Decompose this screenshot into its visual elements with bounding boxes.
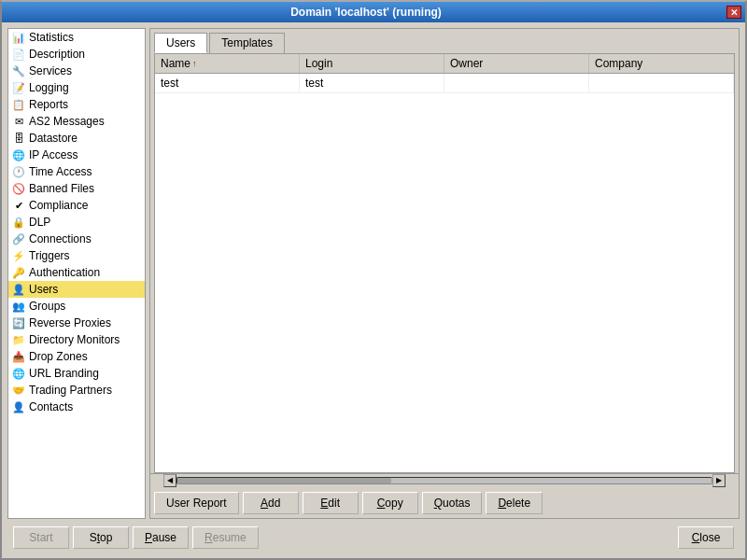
connections-icon: 🔗: [12, 232, 25, 245]
sidebar-item-statistics[interactable]: 📊 Statistics: [8, 29, 145, 46]
logging-icon: 📝: [12, 81, 25, 94]
ipaccess-icon: 🌐: [12, 148, 25, 161]
cell-name: test: [155, 74, 300, 92]
sidebar-item-dlp[interactable]: 🔒 DLP: [8, 214, 145, 231]
table-body: test test: [155, 74, 734, 472]
cell-owner: [444, 74, 589, 92]
tabs-container: UsersTemplates: [150, 29, 739, 53]
sidebar-label-users: Users: [29, 283, 58, 296]
sidebar-item-description[interactable]: 📄 Description: [8, 46, 145, 63]
sidebar-item-connections[interactable]: 🔗 Connections: [8, 231, 145, 247]
sidebar-label-ipaccess: IP Access: [29, 148, 78, 161]
urlbranding-icon: 🌐: [12, 367, 25, 380]
dlp-icon: 🔒: [12, 216, 25, 229]
scroll-left-button[interactable]: ◀: [163, 474, 176, 487]
statistics-icon: 📊: [12, 31, 25, 44]
sidebar-label-services: Services: [29, 64, 72, 77]
sidebar-item-dropzones[interactable]: 📥 Drop Zones: [8, 348, 145, 365]
cell-company: [589, 74, 734, 92]
dropzones-icon: 📥: [12, 350, 25, 363]
reports-icon: 📋: [12, 98, 25, 111]
edit-button[interactable]: Edit: [303, 492, 359, 514]
services-icon: 🔧: [12, 64, 25, 77]
tab-users[interactable]: Users: [154, 33, 207, 53]
sidebar-label-compliance: Compliance: [29, 199, 88, 212]
window-title: Domain 'localhost' (running): [6, 6, 726, 19]
table-container: Name ↑ Login Owner Company: [154, 53, 735, 473]
bottom-right-buttons: Close: [678, 526, 734, 549]
sidebar-label-logging: Logging: [29, 81, 69, 94]
stop-button[interactable]: Stop: [73, 526, 129, 549]
resume-button: Resume: [192, 526, 259, 549]
right-panel: UsersTemplates Name ↑ Login Owner: [149, 28, 740, 519]
sidebar-item-bannedfiles[interactable]: 🚫 Banned Files: [8, 180, 145, 197]
sidebar-label-dlp: DLP: [29, 216, 50, 229]
as2messages-icon: ✉: [12, 115, 25, 128]
tab-templates[interactable]: Templates: [209, 33, 285, 53]
triggers-icon: ⚡: [12, 249, 25, 262]
title-bar: Domain 'localhost' (running) ✕: [2, 2, 745, 22]
sidebar-label-groups: Groups: [29, 300, 65, 313]
sidebar-label-reverseproxies: Reverse Proxies: [29, 316, 111, 329]
close-window-button[interactable]: ✕: [726, 6, 741, 19]
sidebar-label-dropzones: Drop Zones: [29, 350, 88, 363]
copy-button[interactable]: Copy: [362, 492, 418, 514]
sidebar-label-triggers: Triggers: [29, 249, 70, 262]
description-icon: 📄: [12, 48, 25, 61]
sidebar-item-authentication[interactable]: 🔑 Authentication: [8, 264, 145, 281]
scrollbar-thumb[interactable]: [177, 478, 391, 483]
sidebar-label-datastore: Datastore: [29, 132, 78, 145]
sidebar-item-groups[interactable]: 👥 Groups: [8, 298, 145, 315]
pause-button[interactable]: Pause: [133, 526, 189, 549]
sidebar-item-reports[interactable]: 📋 Reports: [8, 96, 145, 113]
bottom-bar: StartStopPauseResume Close: [7, 523, 740, 553]
authentication-icon: 🔑: [12, 266, 25, 279]
sidebar-item-urlbranding[interactable]: 🌐 URL Branding: [8, 365, 145, 382]
col-owner[interactable]: Owner: [444, 54, 589, 73]
sidebar-label-directorymonitors: Directory Monitors: [29, 333, 120, 346]
sidebar-label-authentication: Authentication: [29, 266, 100, 279]
col-name[interactable]: Name ↑: [155, 54, 300, 73]
sidebar-label-connections: Connections: [29, 232, 92, 245]
start-button: Start: [13, 526, 69, 549]
sidebar-label-reports: Reports: [29, 98, 68, 111]
quotas-button[interactable]: Quotas: [422, 492, 483, 514]
col-login[interactable]: Login: [300, 54, 444, 73]
sidebar-label-urlbranding: URL Branding: [29, 367, 99, 380]
user-report-button[interactable]: User Report: [154, 492, 239, 514]
table-buttons: User ReportAddEditCopyQuotasDelete: [150, 486, 739, 518]
sidebar-item-compliance[interactable]: ✔ Compliance: [8, 197, 145, 214]
reverseproxies-icon: 🔄: [12, 316, 25, 329]
sidebar: 📊 Statistics 📄 Description 🔧 Services 📝 …: [7, 28, 146, 519]
bannedfiles-icon: 🚫: [12, 182, 25, 195]
datastore-icon: 🗄: [12, 132, 25, 145]
add-button[interactable]: Add: [243, 492, 299, 514]
scrollbar-track[interactable]: [176, 477, 712, 484]
sidebar-item-logging[interactable]: 📝 Logging: [8, 79, 145, 96]
sidebar-item-tradingpartners[interactable]: 🤝 Trading Partners: [8, 382, 145, 399]
close-button[interactable]: Close: [678, 526, 734, 549]
sidebar-item-triggers[interactable]: ⚡ Triggers: [8, 247, 145, 264]
delete-button[interactable]: Delete: [486, 492, 543, 514]
sidebar-item-timeaccess[interactable]: 🕐 Time Access: [8, 163, 145, 180]
horizontal-scrollbar[interactable]: ◀ ▶: [150, 473, 739, 486]
table-header: Name ↑ Login Owner Company: [155, 54, 734, 74]
table-row[interactable]: test test: [155, 74, 734, 93]
sidebar-item-users[interactable]: 👤 Users: [8, 281, 145, 298]
scroll-right-button[interactable]: ▶: [712, 474, 726, 487]
sidebar-item-datastore[interactable]: 🗄 Datastore: [8, 130, 145, 147]
sidebar-label-statistics: Statistics: [29, 31, 74, 44]
sidebar-item-directorymonitors[interactable]: 📁 Directory Monitors: [8, 331, 145, 348]
sidebar-item-services[interactable]: 🔧 Services: [8, 63, 145, 79]
sidebar-item-ipaccess[interactable]: 🌐 IP Access: [8, 147, 145, 163]
sidebar-item-reverseproxies[interactable]: 🔄 Reverse Proxies: [8, 315, 145, 331]
col-company[interactable]: Company: [589, 54, 734, 73]
main-area: 📊 Statistics 📄 Description 🔧 Services 📝 …: [7, 28, 740, 519]
main-window: Domain 'localhost' (running) ✕ 📊 Statist…: [0, 0, 747, 560]
sidebar-item-contacts[interactable]: 👤 Contacts: [8, 399, 145, 415]
cell-login: test: [300, 74, 444, 92]
users-icon: 👤: [12, 283, 25, 296]
sidebar-label-contacts: Contacts: [29, 400, 73, 413]
sidebar-item-as2messages[interactable]: ✉ AS2 Messages: [8, 113, 145, 130]
sidebar-label-timeaccess: Time Access: [29, 165, 92, 178]
